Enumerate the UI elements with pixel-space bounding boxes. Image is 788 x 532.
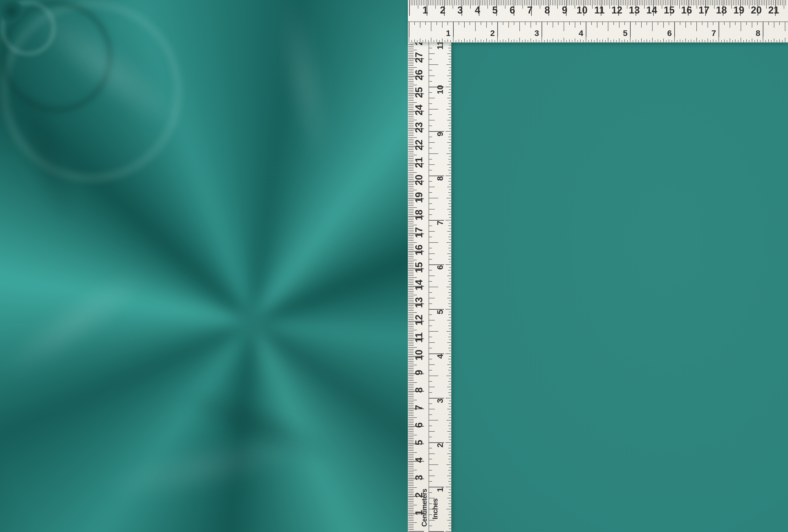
- inch-fine-tick: [449, 384, 451, 384]
- cm-tick: [714, 0, 714, 9]
- inch-tick: [586, 22, 586, 37]
- inch-fine-tick: [447, 64, 451, 65]
- inch-fine-tick: [449, 95, 451, 95]
- cm-number: 25: [414, 87, 424, 98]
- inch-tick: [724, 22, 725, 25]
- cm-number: 9: [414, 370, 424, 375]
- cm-tick: [408, 375, 414, 376]
- cm-tick: [408, 106, 414, 106]
- cm-tick: [408, 137, 417, 138]
- inch-tick: [597, 22, 597, 28]
- inch-fine-tick: [446, 176, 451, 176]
- inch-fine-tick: [447, 509, 451, 509]
- inch-fine-tick: [785, 38, 785, 42]
- inch-fine-tick: [694, 40, 694, 42]
- cm-tick: [429, 0, 429, 5]
- inch-fine-tick: [448, 159, 451, 159]
- inch-tick: [746, 22, 747, 25]
- inch-fine-tick: [446, 131, 451, 132]
- cm-tick: [408, 510, 414, 510]
- cm-number: 20: [414, 175, 424, 185]
- inch-fine-tick: [447, 187, 451, 187]
- inch-fine-tick: [475, 38, 476, 42]
- inch-fine-tick: [447, 409, 451, 409]
- cm-tick: [408, 484, 414, 484]
- inch-fine-tick: [519, 38, 520, 42]
- inch-number: 5: [623, 29, 628, 37]
- cm-tick: [408, 209, 414, 210]
- cm-tick: [695, 0, 695, 5]
- cm-tick: [524, 0, 525, 5]
- cm-tick: [408, 171, 414, 171]
- inch-fine-tick: [605, 40, 606, 42]
- inch-fine-tick: [541, 37, 542, 42]
- inch-tick: [536, 22, 536, 25]
- cm-tick: [408, 449, 414, 449]
- cm-tick: [676, 0, 676, 5]
- inch-fine-tick: [500, 40, 500, 42]
- inch-fine-tick: [449, 273, 451, 273]
- inch-fine-tick: [449, 329, 451, 329]
- cm-tick: [408, 242, 417, 243]
- inch-tick: [429, 281, 432, 281]
- inch-fine-tick: [447, 142, 451, 143]
- inch-fine-tick: [555, 40, 556, 42]
- cm-tick: [408, 470, 417, 470]
- cm-tick: [543, 0, 544, 5]
- cm-tick: [408, 358, 414, 358]
- cm-tick: [408, 430, 414, 430]
- inch-tick: [429, 76, 435, 76]
- cm-tick: [408, 438, 414, 439]
- cm-tick: [491, 0, 492, 5]
- cm-tick: [569, 0, 570, 5]
- inch-fine-tick: [449, 245, 451, 245]
- cm-tick: [523, 0, 523, 9]
- cm-tick: [408, 291, 414, 292]
- inch-fine-tick: [449, 506, 451, 507]
- inch-tick: [429, 237, 432, 237]
- cm-tick: [541, 0, 542, 5]
- inch-tick: [429, 342, 435, 343]
- inch-fine-tick: [448, 381, 451, 381]
- cm-tick: [408, 293, 414, 293]
- cm-tick: [408, 123, 414, 124]
- cm-tick: [408, 86, 414, 87]
- cm-tick: [408, 85, 417, 85]
- inch-fine-tick: [449, 423, 451, 423]
- inch-fine-tick: [423, 40, 423, 42]
- inch-fine-tick: [447, 331, 451, 332]
- inch-number: 5: [436, 310, 444, 314]
- inch-tick: [531, 22, 531, 28]
- cm-tick: [408, 48, 414, 48]
- cm-tick: [408, 382, 417, 383]
- inch-tick: [448, 22, 448, 25]
- cm-tick: [408, 176, 414, 176]
- cm-tick: [786, 0, 786, 5]
- cm-tick: [408, 44, 414, 45]
- cm-tick: [408, 414, 414, 414]
- cm-tick: [408, 482, 414, 482]
- cm-tick: [501, 0, 502, 5]
- inch-fine-tick: [449, 184, 451, 184]
- cm-number: 19: [733, 5, 744, 15]
- cm-tick: [408, 263, 414, 264]
- inch-fine-tick: [447, 420, 451, 420]
- inch-fine-tick: [497, 37, 498, 42]
- cm-tick: [408, 302, 414, 302]
- inch-fine-tick: [449, 445, 451, 446]
- inch-fine-tick: [611, 40, 611, 42]
- cm-tick: [408, 190, 417, 190]
- cm-tick: [408, 71, 414, 71]
- inch-tick: [558, 22, 558, 25]
- cm-tick: [408, 466, 414, 467]
- cm-tick: [408, 405, 414, 406]
- inch-fine-tick: [449, 290, 451, 290]
- cm-tick: [408, 195, 414, 195]
- inch-fine-tick: [449, 168, 451, 168]
- inch-fine-tick: [449, 90, 451, 90]
- inch-tick: [429, 481, 432, 481]
- cm-tick: [408, 134, 414, 134]
- cm-tick: [463, 0, 464, 5]
- inch-fine-tick: [448, 115, 451, 115]
- inch-fine-tick: [448, 326, 451, 326]
